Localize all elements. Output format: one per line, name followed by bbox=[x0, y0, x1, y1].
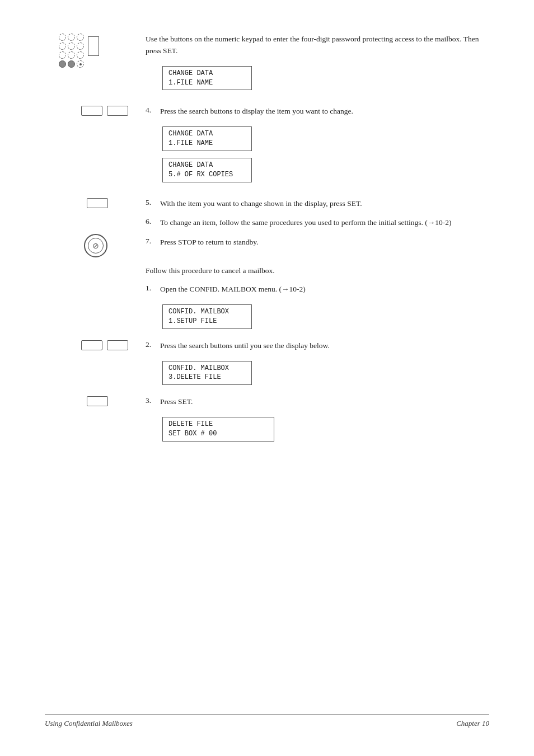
display-line1: CHANGE DATA bbox=[168, 129, 246, 139]
display-line2: 5.# OF RX COPIES bbox=[168, 170, 246, 180]
password-intro-text: Use the buttons on the numeric keypad to… bbox=[146, 34, 489, 57]
step4-number: 4. bbox=[146, 106, 156, 118]
display-change-data-copies: CHANGE DATA 5.# OF RX COPIES bbox=[162, 158, 252, 182]
display-confid-mailbox-1: CONFID. MAILBOX 1.SETUP FILE bbox=[162, 304, 252, 329]
cancel-step3-text: Press SET. bbox=[160, 396, 193, 408]
footer-right: Chapter 10 bbox=[456, 719, 489, 728]
display-line1: CONFID. MAILBOX bbox=[168, 364, 246, 373]
search-left-btn-2 bbox=[81, 340, 102, 350]
footer-left: Using Confidential Mailboxes bbox=[45, 719, 133, 728]
display-line1: CONFID. MAILBOX bbox=[168, 307, 246, 317]
page: Use the buttons on the numeric keypad to… bbox=[0, 0, 534, 756]
cancel-intro: Follow this procedure to cancel a mailbo… bbox=[146, 265, 489, 277]
display-line1: CHANGE DATA bbox=[168, 161, 246, 170]
search-buttons-icon bbox=[81, 106, 128, 116]
stop-icon: ⊘ bbox=[84, 234, 107, 257]
step5-number: 5. bbox=[146, 198, 156, 210]
cancel-step3-number: 3. bbox=[146, 396, 156, 408]
footer: Using Confidential Mailboxes Chapter 10 bbox=[45, 719, 489, 728]
step7-text: Press STOP to return to standby. bbox=[160, 237, 258, 248]
step5-text: With the item you want to change shown i… bbox=[160, 198, 362, 210]
search-left-btn bbox=[81, 106, 102, 116]
step6-number: 6. bbox=[146, 217, 156, 229]
display-line2: SET BOX # 00 bbox=[168, 429, 268, 439]
search-right-btn bbox=[107, 106, 128, 116]
display-line2: 3.DELETE FILE bbox=[168, 373, 246, 382]
display-line1: CHANGE DATA bbox=[168, 69, 246, 78]
cancel-step2-number: 2. bbox=[146, 340, 156, 352]
display-confid-mailbox-2: CONFID. MAILBOX 3.DELETE FILE bbox=[162, 361, 252, 386]
search-right-btn-2 bbox=[107, 340, 128, 350]
cancel-step2-text: Press the search buttons until you see t… bbox=[160, 340, 330, 352]
display-line2: 1.FILE NAME bbox=[168, 78, 246, 88]
set-button-icon bbox=[87, 198, 108, 208]
display-change-data-2: CHANGE DATA 1.FILE NAME bbox=[162, 126, 252, 151]
footer-rule bbox=[45, 714, 489, 715]
step6-text: To change an item, follow the same proce… bbox=[160, 217, 452, 229]
cancel-step1-text: Open the CONFID. MAILBOX menu. (→10-2) bbox=[160, 284, 306, 295]
display-line2: 1.SETUP FILE bbox=[168, 317, 246, 326]
display-line2: 1.FILE NAME bbox=[168, 139, 246, 148]
display-delete-file: DELETE FILE SET BOX # 00 bbox=[162, 417, 274, 442]
step7-number: 7. bbox=[146, 237, 156, 248]
keypad-icon bbox=[59, 34, 85, 68]
display-line1: DELETE FILE bbox=[168, 420, 268, 429]
search-buttons-icon-2 bbox=[81, 340, 128, 350]
set-button-icon-2 bbox=[87, 396, 108, 406]
cancel-step1-number: 1. bbox=[146, 284, 156, 295]
display-change-data-1: CHANGE DATA 1.FILE NAME bbox=[162, 66, 252, 91]
step4-text: Press the search buttons to display the … bbox=[160, 106, 353, 118]
